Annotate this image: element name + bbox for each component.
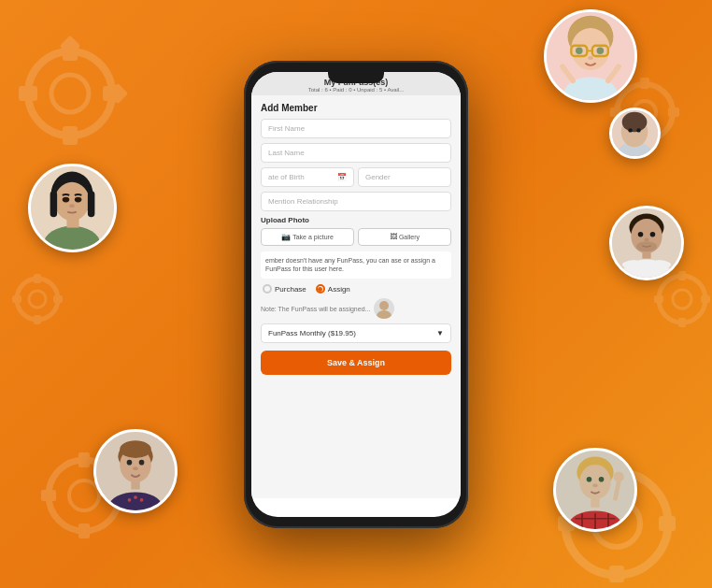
svg-point-0 — [28, 51, 112, 136]
svg-point-46 — [576, 48, 583, 55]
background: ‹ My FunPass(es) Total : 6 • Paid : 0 • … — [0, 0, 712, 588]
svg-rect-25 — [668, 108, 679, 117]
svg-point-56 — [54, 182, 89, 221]
avatar-top-right — [544, 9, 637, 103]
dob-input[interactable]: ate of Birth 📅 — [261, 167, 354, 187]
avatar-right-mid — [609, 206, 684, 280]
funpass-select-label: FunPass Monthly ($19.95) — [268, 329, 356, 337]
svg-point-38 — [379, 301, 389, 310]
first-name-input[interactable]: First Name — [261, 119, 451, 138]
last-name-input[interactable]: Last Name — [261, 143, 451, 163]
svg-rect-89 — [591, 498, 599, 507]
svg-rect-30 — [12, 295, 21, 303]
page-subtitle: Total : 6 • Paid : 0 • Unpaid : 5 • Avai… — [259, 87, 453, 93]
assigned-person-avatar — [374, 298, 394, 319]
svg-rect-17 — [609, 566, 624, 582]
gallery-button[interactable]: 🖼 Gallery — [358, 228, 451, 246]
phone-notch — [328, 72, 384, 83]
svg-rect-57 — [50, 191, 57, 217]
svg-point-94 — [592, 483, 598, 487]
screen-content: Add Member First Name Last Name ate of B… — [251, 95, 461, 498]
svg-point-47 — [597, 48, 605, 55]
svg-point-100 — [622, 112, 648, 132]
avatar-bottom-right — [553, 448, 637, 532]
svg-point-1 — [51, 75, 89, 112]
svg-point-9 — [69, 480, 99, 510]
avatar-left — [28, 164, 117, 252]
gallery-icon: 🖼 — [390, 233, 397, 241]
camera-icon: 📷 — [281, 233, 291, 241]
svg-rect-5 — [103, 86, 121, 101]
svg-point-48 — [588, 56, 593, 60]
svg-point-67 — [638, 232, 644, 237]
avatar-small-top-right — [609, 108, 661, 159]
note-text-row: Note: The FunPass will be assigned... — [261, 298, 451, 319]
svg-rect-19 — [659, 516, 676, 531]
svg-point-79 — [120, 440, 151, 458]
assign-label: Assign — [328, 285, 350, 294]
purchase-radio[interactable]: Purchase — [263, 284, 306, 294]
svg-rect-3 — [63, 126, 78, 145]
svg-point-73 — [128, 498, 132, 502]
svg-point-39 — [377, 310, 392, 319]
gender-input[interactable]: Gender — [358, 167, 451, 187]
svg-point-68 — [650, 232, 656, 237]
svg-point-82 — [133, 466, 138, 470]
svg-rect-4 — [19, 86, 37, 101]
svg-rect-58 — [88, 191, 94, 217]
svg-rect-31 — [53, 295, 63, 303]
note-label: Note: The FunPass will be assigned... — [261, 306, 370, 312]
take-picture-button[interactable]: 📷 Take a picture — [261, 228, 354, 246]
svg-point-27 — [29, 291, 46, 308]
svg-rect-12 — [41, 490, 56, 501]
save-assign-button[interactable]: Save & Assign — [261, 351, 451, 375]
add-member-title: Add Member — [261, 103, 451, 113]
svg-point-61 — [69, 204, 75, 208]
svg-point-81 — [139, 460, 145, 466]
upload-section: Upload Photo 📷 Take a picture 🖼 Gallery — [261, 216, 451, 246]
svg-rect-6 — [60, 36, 81, 57]
upload-label: Upload Photo — [261, 216, 451, 224]
svg-rect-7 — [107, 83, 129, 105]
svg-rect-36 — [654, 295, 663, 303]
assign-radio-dot — [318, 287, 322, 292]
avatar-bottom-left — [93, 429, 178, 513]
svg-rect-10 — [78, 452, 90, 467]
svg-point-75 — [140, 498, 144, 502]
svg-point-80 — [127, 460, 133, 466]
svg-point-92 — [587, 477, 592, 482]
svg-point-26 — [17, 279, 58, 320]
svg-rect-11 — [78, 523, 90, 538]
relationship-input[interactable]: Mention Relationship — [261, 192, 451, 211]
svg-point-101 — [628, 128, 632, 132]
svg-rect-37 — [701, 295, 710, 303]
svg-rect-29 — [34, 315, 41, 324]
svg-rect-22 — [640, 78, 649, 89]
svg-point-70 — [644, 237, 649, 241]
phone-screen: ‹ My FunPass(es) Total : 6 • Paid : 0 • … — [251, 72, 461, 517]
assign-radio-circle — [316, 284, 325, 294]
svg-point-32 — [659, 276, 705, 323]
svg-rect-35 — [678, 318, 686, 327]
purchase-assign-options: Purchase Assign — [261, 284, 451, 294]
svg-point-33 — [673, 290, 691, 308]
dropdown-icon: ▼ — [436, 329, 444, 337]
svg-rect-28 — [34, 274, 41, 283]
svg-point-93 — [599, 477, 605, 482]
purchase-label: Purchase — [275, 285, 306, 294]
back-button[interactable]: ‹ — [270, 100, 273, 110]
svg-rect-2 — [63, 42, 78, 61]
svg-point-59 — [63, 197, 69, 203]
svg-point-74 — [134, 495, 137, 499]
phone-device: ‹ My FunPass(es) Total : 6 • Paid : 0 • … — [244, 61, 468, 528]
info-text: ember doesn't have any FunPass, you can … — [261, 251, 451, 280]
purchase-radio-circle — [263, 284, 272, 294]
svg-point-60 — [75, 197, 81, 203]
funpass-select[interactable]: FunPass Monthly ($19.95) ▼ — [261, 323, 451, 343]
svg-point-102 — [636, 128, 640, 132]
svg-rect-34 — [678, 271, 686, 280]
assign-radio[interactable]: Assign — [316, 284, 350, 294]
